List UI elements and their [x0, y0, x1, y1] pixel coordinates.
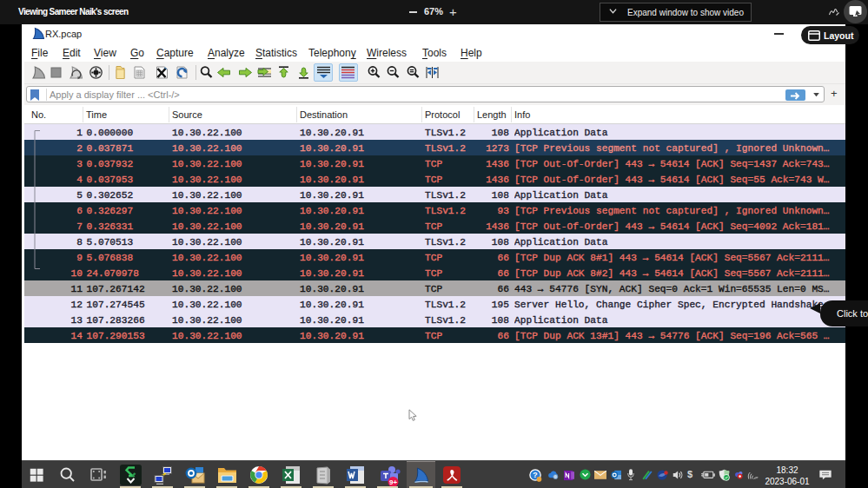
svg-text:?: ?	[533, 471, 537, 479]
svg-text:9+: 9+	[389, 478, 397, 486]
